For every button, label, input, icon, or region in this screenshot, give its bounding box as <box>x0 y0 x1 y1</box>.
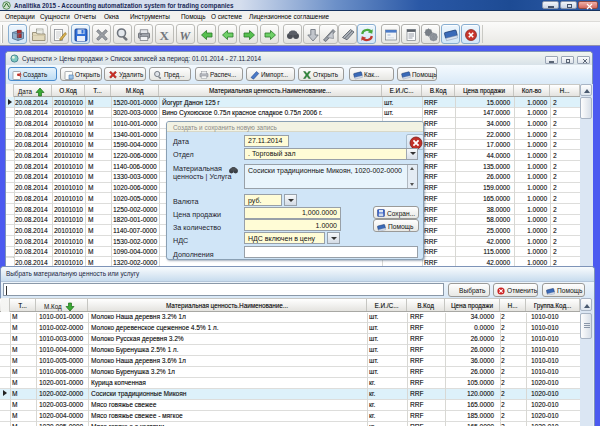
svg-text:W: W <box>180 28 192 42</box>
svg-text:X: X <box>160 27 170 42</box>
